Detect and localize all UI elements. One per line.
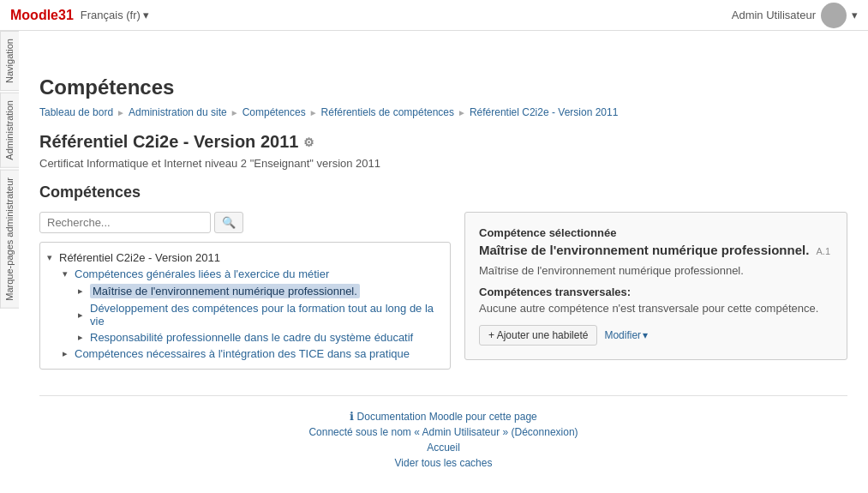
breadcrumb-item-tableau[interactable]: Tableau de bord <box>39 106 113 118</box>
breadcrumb-item-competences[interactable]: Compétences <box>242 106 306 118</box>
tree-link-developpement[interactable]: Développement des compétences pour la fo… <box>90 302 443 328</box>
breadcrumb-item-admin-site[interactable]: Administration du site <box>129 106 227 118</box>
topbar: Moodle31 Français (fr) ▾ Admin Utilisate… <box>0 0 868 31</box>
tree-root-toggle[interactable]: ▾ <box>47 252 56 263</box>
tree-toggle-responsabilite[interactable]: ▸ <box>78 332 87 343</box>
tree-container: ▾ Référentiel C2i2e - Version 2011 ▾ Com… <box>39 242 451 370</box>
comp-transversal-label: Compétences transversales: <box>479 286 833 298</box>
search-input[interactable] <box>39 212 211 233</box>
search-icon: 🔍 <box>222 216 236 229</box>
referentiel-title-text: Référentiel C2i2e - Version 2011 <box>39 132 298 152</box>
tree-children-generales: ▸ Maîtrise de l'environnement numérique … <box>63 282 443 346</box>
tree-link-maitrise[interactable]: Maîtrise de l'environnement numérique pr… <box>90 284 360 298</box>
comp-code: A.1 <box>816 246 830 256</box>
tree-toggle-developpement[interactable]: ▸ <box>78 310 87 321</box>
breadcrumb-sep-3: ► <box>309 108 318 117</box>
comp-name-text: Maîtrise de l'environnement numérique pr… <box>479 243 809 257</box>
referentiel-title-container: Référentiel C2i2e - Version 2011 ⚙ <box>39 132 847 152</box>
tree-item-necessaires: ▸ Compétences nécessaires à l'intégratio… <box>63 346 443 362</box>
modifier-button[interactable]: Modifier ▾ <box>604 329 648 341</box>
breadcrumb-item-c2i2e[interactable]: Référentiel C2i2e - Version 2011 <box>470 106 618 118</box>
breadcrumb-sep-4: ► <box>458 108 466 117</box>
tree-toggle-maitrise[interactable]: ▸ <box>78 286 87 297</box>
search-button[interactable]: 🔍 <box>214 212 243 233</box>
sidebar-tab-marque-pages[interactable]: Marque-pages administrateur <box>0 170 19 309</box>
user-name: Admin Utilisateur <box>732 9 816 21</box>
tree-children-root: ▾ Compétences générales liées à l'exerci… <box>47 266 443 362</box>
brand-name[interactable]: Moodle31 <box>10 8 74 23</box>
breadcrumb-sep-2: ► <box>230 108 239 117</box>
comp-transversal-desc: Aucune autre compétence n'est transversa… <box>479 302 833 315</box>
footer-accueil-link[interactable]: Accueil <box>427 442 460 454</box>
footer-vider-caches-link[interactable]: Vider tous les caches <box>395 457 493 469</box>
modifier-label: Modifier <box>604 329 641 341</box>
footer-connected-link[interactable]: Connecté sous le nom « Admin Utilisateur… <box>308 426 578 438</box>
tree-toggle-necessaires[interactable]: ▸ <box>63 348 71 359</box>
avatar[interactable] <box>821 3 847 28</box>
side-panel: Navigation Administration Marque-pages a… <box>0 31 19 493</box>
footer-vider-caches-line: Vider tous les caches <box>39 457 847 469</box>
breadcrumb-item-referentiels[interactable]: Référentiels de compétences <box>321 106 454 118</box>
tree-link-responsabilite[interactable]: Responsabilité professionnelle dans le c… <box>90 331 413 344</box>
page-title: Compétences <box>39 75 847 99</box>
sidebar-tab-navigation[interactable]: Navigation <box>0 31 19 91</box>
tree-root: ▾ Référentiel C2i2e - Version 2011 <box>47 250 443 266</box>
left-panel: 🔍 ▾ Référentiel C2i2e - Version 2011 ▾ C… <box>39 212 451 370</box>
section-title: Compétences <box>39 183 847 201</box>
tree-item-maitrise: ▸ Maîtrise de l'environnement numérique … <box>78 282 443 300</box>
footer: ℹ Documentation Moodle pour cette page C… <box>39 395 847 486</box>
tree-link-generales[interactable]: Compétences générales liées à l'exercice… <box>75 268 329 280</box>
gear-icon[interactable]: ⚙ <box>303 135 314 149</box>
tree-link-necessaires[interactable]: Compétences nécessaires à l'intégration … <box>75 347 410 360</box>
language-selector[interactable]: Français (fr) ▾ <box>81 9 150 21</box>
referentiel-subtitle: Certificat Informatique et Internet nive… <box>39 157 847 170</box>
competence-detail-panel: Compétence sélectionnée Maîtrise de l'en… <box>464 212 847 360</box>
topbar-left: Moodle31 Français (fr) ▾ <box>10 8 149 23</box>
breadcrumb: Tableau de bord ► Administration du site… <box>39 106 847 118</box>
add-habilitee-button[interactable]: + Ajouter une habileté <box>479 325 597 346</box>
topbar-right: Admin Utilisateur ▾ <box>732 3 858 28</box>
footer-doc-link[interactable]: Documentation Moodle pour cette page <box>357 411 537 423</box>
sidebar-tab-administration[interactable]: Administration <box>0 93 19 168</box>
comp-name: Maîtrise de l'environnement numérique pr… <box>479 243 833 257</box>
comp-actions: + Ajouter une habileté Modifier ▾ <box>479 325 833 346</box>
comp-selected-label: Compétence sélectionnée <box>479 226 833 239</box>
two-col-layout: 🔍 ▾ Référentiel C2i2e - Version 2011 ▾ C… <box>39 212 847 370</box>
footer-doc-line: ℹ Documentation Moodle pour cette page <box>39 410 847 423</box>
user-dropdown-arrow[interactable]: ▾ <box>852 9 858 21</box>
tree-toggle-generales[interactable]: ▾ <box>63 268 71 280</box>
info-icon: ℹ <box>350 410 354 423</box>
comp-description: Maîtrise de l'environnement numérique pr… <box>479 264 833 277</box>
breadcrumb-sep-1: ► <box>117 108 125 117</box>
footer-connected-line: Connecté sous le nom « Admin Utilisateur… <box>39 426 847 438</box>
search-bar: 🔍 <box>39 212 451 233</box>
modifier-dropdown-icon: ▾ <box>643 329 648 341</box>
footer-accueil-line: Accueil <box>39 442 847 454</box>
tree-item-responsabilite: ▸ Responsabilité professionnelle dans le… <box>78 329 443 346</box>
main-content: Compétences Tableau de bord ► Administra… <box>19 62 868 493</box>
tree-item-developpement: ▸ Développement des compétences pour la … <box>78 300 443 329</box>
tree-item-generales: ▾ Compétences générales liées à l'exerci… <box>63 266 443 282</box>
tree-root-label: Référentiel C2i2e - Version 2011 <box>59 251 220 264</box>
